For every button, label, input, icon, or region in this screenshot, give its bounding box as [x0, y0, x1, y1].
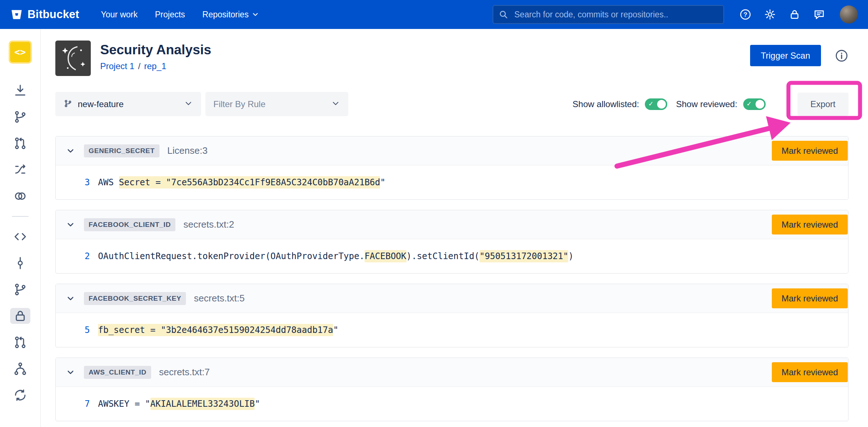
chevron-down-icon: [331, 99, 340, 110]
code-line-number: 2: [85, 251, 98, 261]
mark-reviewed-button[interactable]: Mark reviewed: [772, 362, 848, 382]
toggle-knob: [756, 100, 764, 109]
sidebar-divider: [12, 216, 29, 217]
code-row: 5 fb_secret = "3b2e464637e5159024254dd78…: [56, 313, 848, 347]
code-line: AWSKEY = "AKIALALEMEL33243OLIB": [98, 399, 260, 409]
pull-requests-icon[interactable]: [10, 334, 30, 350]
pull-request-icon[interactable]: [10, 135, 30, 151]
finding-location: secrets.txt:2: [183, 219, 234, 230]
feedback-icon[interactable]: [812, 8, 826, 21]
nav-your-work[interactable]: Your work: [101, 10, 137, 20]
finding-card-header: FACEBOOK_CLIENT_ID secrets.txt:2 Mark re…: [56, 210, 848, 239]
code-text: AWSKEY = ": [98, 399, 150, 409]
rule-badge: GENERIC_SECRET: [84, 144, 159, 157]
sync-icon[interactable]: [10, 387, 30, 403]
brand-name: Bitbucket: [27, 8, 79, 21]
lock-icon[interactable]: [788, 8, 801, 21]
finding-card-header: GENERIC_SECRET License:3 Mark reviewed: [56, 136, 848, 165]
code-line: fb_secret = "3b2e464637e5159024254dd78aa…: [98, 325, 339, 335]
show-reviewed-toggle[interactable]: ✓: [743, 98, 766, 110]
rule-filter-selector[interactable]: Filter By Rule: [205, 92, 348, 116]
finding-card-header: AWS_CLIENT_ID secrets.txt:7 Mark reviewe…: [56, 358, 848, 387]
check-icon: ✓: [648, 100, 654, 108]
breadcrumb-separator: /: [138, 61, 141, 71]
code-line: OAuthClientRequest.tokenProvider(OAuthPr…: [98, 251, 574, 261]
collapse-chevron-icon[interactable]: [66, 220, 76, 230]
code-text: OAuthClientRequest.tokenProvider(OAuthPr…: [98, 251, 365, 261]
help-icon[interactable]: ?: [739, 8, 752, 21]
code-line-number: 7: [85, 399, 98, 409]
user-avatar[interactable]: [840, 5, 858, 24]
code-text: ": [333, 325, 338, 335]
clone-icon[interactable]: [10, 83, 30, 98]
gear-icon[interactable]: [763, 8, 777, 21]
code-text: ): [568, 251, 573, 261]
nav-actions: ?: [739, 5, 858, 24]
breadcrumb: Project 1 / rep_1: [100, 61, 211, 71]
mark-reviewed-button[interactable]: Mark reviewed: [772, 215, 848, 234]
page-title: Security Analysis: [100, 43, 211, 58]
toggle-knob: [657, 100, 666, 109]
finding-card: FACEBOOK_CLIENT_ID secrets.txt:2 Mark re…: [55, 210, 848, 274]
code-line-number: 3: [85, 177, 98, 187]
finding-location: License:3: [167, 145, 208, 156]
show-allowlisted-toggle[interactable]: ✓: [645, 98, 667, 110]
collapse-chevron-icon[interactable]: [66, 367, 76, 377]
bitbucket-logo[interactable]: Bitbucket: [10, 8, 79, 21]
chevron-down-icon: [251, 10, 259, 18]
source-code-icon[interactable]: [10, 229, 30, 245]
rule-badge: FACEBOOK_CLIENT_ID: [84, 218, 175, 231]
finding-location: secrets.txt:7: [159, 367, 210, 378]
main-content: Security Analysis Project 1 / rep_1 Trig…: [41, 29, 868, 427]
rule-badge: AWS_CLIENT_ID: [84, 366, 151, 379]
top-navbar: Bitbucket Your work Projects Repositorie…: [0, 0, 868, 29]
primary-nav: Your work Projects Repositories: [101, 10, 259, 20]
code-line: AWS Secret = "7ce556A3bD234Cc1Ff9E8A5C32…: [98, 177, 386, 187]
repo-avatar-badge[interactable]: <>: [9, 41, 32, 64]
security-lock-icon[interactable]: [10, 308, 30, 324]
code-text: ).setClientId(: [407, 251, 480, 261]
code-line-number: 5: [85, 325, 98, 335]
search-input[interactable]: [493, 5, 724, 24]
mark-reviewed-button[interactable]: Mark reviewed: [772, 288, 848, 308]
code-text: ": [255, 399, 260, 409]
secret-highlight: FACEBOOK: [365, 250, 407, 262]
commits-icon[interactable]: [10, 255, 30, 271]
page-header: Security Analysis Project 1 / rep_1 Trig…: [55, 41, 848, 76]
nav-projects[interactable]: Projects: [155, 10, 185, 20]
code-row: 7 AWSKEY = "AKIALALEMEL33243OLIB": [56, 387, 848, 421]
breadcrumb-project-link[interactable]: Project 1: [100, 61, 135, 71]
finding-location: secrets.txt:5: [194, 293, 244, 304]
code-text: ": [380, 177, 385, 187]
breadcrumb-repo-link[interactable]: rep_1: [144, 61, 166, 71]
rule-filter-placeholder: Filter By Rule: [213, 99, 326, 109]
code-text: AWS: [98, 177, 119, 187]
mark-reviewed-button[interactable]: Mark reviewed: [772, 141, 848, 161]
collapse-chevron-icon[interactable]: [66, 293, 76, 304]
branch-selector[interactable]: new-feature: [55, 92, 201, 116]
export-button[interactable]: Export: [797, 93, 848, 116]
bitbucket-bucket-icon: [10, 8, 23, 21]
check-icon: ✓: [746, 100, 752, 108]
deployments-icon[interactable]: [10, 188, 30, 204]
collapse-chevron-icon[interactable]: [66, 146, 76, 156]
branches-icon[interactable]: [10, 282, 30, 297]
forks-icon[interactable]: [10, 361, 30, 377]
finding-card: FACEBOOK_SECRET_KEY secrets.txt:5 Mark r…: [55, 284, 848, 347]
nav-repositories[interactable]: Repositories: [203, 10, 260, 20]
info-icon[interactable]: [835, 49, 848, 63]
branch-icon[interactable]: [10, 109, 30, 125]
repo-avatar-image: [55, 41, 91, 76]
finding-card: AWS_CLIENT_ID secrets.txt:7 Mark reviewe…: [55, 358, 848, 421]
toggle-cluster: Show allowlisted: ✓ Show reviewed: ✓ Exp…: [573, 93, 848, 116]
chevron-down-icon: [184, 99, 193, 110]
left-sidebar: <>: [0, 29, 41, 427]
rule-badge: FACEBOOK_SECRET_KEY: [84, 292, 186, 305]
search-icon: [498, 9, 509, 20]
global-search: [493, 5, 724, 24]
show-allowlisted-label: Show allowlisted:: [573, 99, 639, 109]
branch-selector-value: new-feature: [78, 99, 179, 109]
secret-highlight: AKIALALEMEL33243OLIB: [150, 398, 255, 410]
trigger-scan-button[interactable]: Trigger Scan: [750, 45, 821, 66]
pipelines-icon[interactable]: [10, 162, 30, 178]
